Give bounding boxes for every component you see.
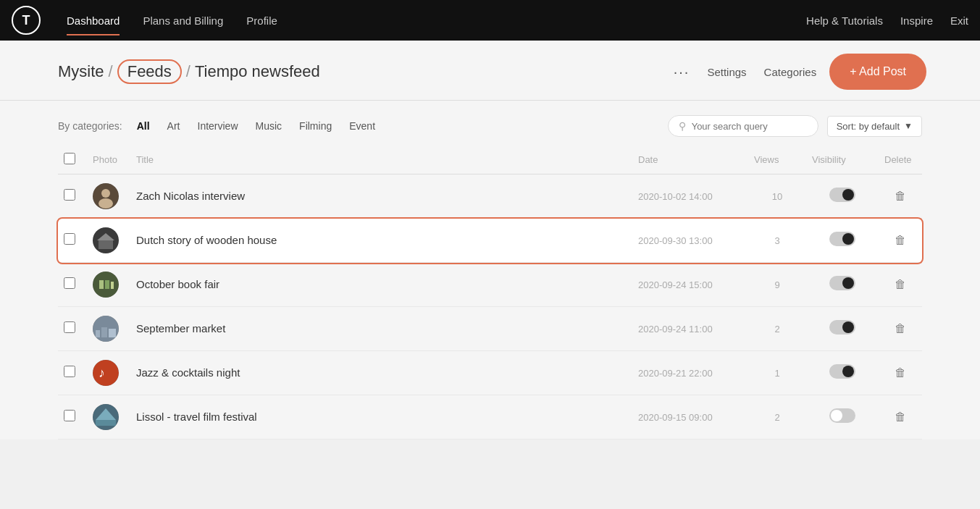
row-views: 3 bbox=[774, 235, 779, 246]
svg-rect-12 bbox=[101, 327, 107, 337]
row-views: 9 bbox=[774, 279, 779, 290]
nav-profile[interactable]: Profile bbox=[238, 9, 286, 33]
svg-rect-17 bbox=[96, 420, 116, 426]
table-row: October book fair 2020-09-24 15:00 9 🗑 bbox=[58, 263, 922, 307]
logo[interactable]: T bbox=[12, 6, 41, 35]
sort-dropdown[interactable]: Sort: by default ▼ bbox=[827, 116, 922, 137]
row-views: 2 bbox=[774, 324, 779, 335]
filter-event[interactable]: Event bbox=[346, 119, 378, 133]
sort-label: Sort: by default bbox=[837, 121, 900, 132]
visibility-toggle[interactable] bbox=[829, 188, 855, 202]
search-icon: ⚲ bbox=[679, 120, 686, 132]
table-row: September market 2020-09-24 11:00 2 🗑 bbox=[58, 307, 922, 351]
delete-icon[interactable]: 🗑 bbox=[895, 322, 906, 335]
categories-link[interactable]: Categories bbox=[764, 66, 817, 78]
page-header: Mysite / Feeds / Tiempo newsfeed ··· Set… bbox=[0, 41, 980, 101]
row-checkbox[interactable] bbox=[64, 410, 75, 421]
nav-help-tutorials[interactable]: Help & Tutorials bbox=[806, 14, 883, 27]
nav-exit[interactable]: Exit bbox=[950, 14, 968, 27]
row-date: 2020-10-02 14:00 bbox=[638, 191, 713, 202]
visibility-toggle[interactable] bbox=[829, 408, 855, 423]
visibility-toggle[interactable] bbox=[829, 364, 855, 379]
row-views: 1 bbox=[774, 368, 779, 379]
row-photo bbox=[93, 183, 119, 209]
table-row: ♪ Jazz & cocktails night 2020-09-21 22:0… bbox=[58, 351, 922, 395]
delete-icon[interactable]: 🗑 bbox=[895, 234, 906, 246]
row-views: 10 bbox=[772, 191, 782, 202]
filters-row: By categories: All Art Interview Music F… bbox=[0, 101, 980, 146]
filter-all[interactable]: All bbox=[134, 119, 153, 133]
row-date: 2020-09-21 22:00 bbox=[638, 368, 713, 379]
row-photo bbox=[93, 404, 119, 430]
visibility-toggle[interactable] bbox=[829, 276, 855, 290]
row-photo bbox=[93, 272, 119, 298]
nav-inspire[interactable]: Inspire bbox=[900, 14, 933, 27]
delete-icon[interactable]: 🗑 bbox=[895, 278, 906, 290]
posts-table: Photo Title Date Views Visibility Delete… bbox=[58, 146, 922, 439]
row-title: Lissol - travel film festival bbox=[136, 411, 257, 423]
breadcrumb: Mysite / Feeds / Tiempo newsfeed bbox=[58, 59, 320, 84]
delete-icon[interactable]: 🗑 bbox=[895, 366, 906, 379]
add-post-button[interactable]: + Add Post bbox=[834, 58, 922, 85]
filter-tags: All Art Interview Music Filming Event bbox=[134, 119, 378, 133]
filter-art[interactable]: Art bbox=[164, 119, 183, 133]
row-photo: ♪ bbox=[93, 360, 119, 386]
row-title: September market bbox=[136, 322, 225, 335]
row-photo bbox=[93, 227, 119, 253]
row-views: 2 bbox=[774, 412, 779, 423]
row-date: 2020-09-15 09:00 bbox=[638, 412, 713, 423]
svg-text:♪: ♪ bbox=[99, 366, 105, 380]
table-row: Lissol - travel film festival 2020-09-15… bbox=[58, 395, 922, 439]
search-input[interactable] bbox=[692, 121, 808, 132]
svg-rect-8 bbox=[105, 280, 109, 289]
row-photo bbox=[93, 316, 119, 342]
svg-rect-11 bbox=[96, 330, 100, 337]
table-row: Zach Nicolas interview 2020-10-02 14:00 … bbox=[58, 174, 922, 219]
more-button[interactable]: ··· bbox=[674, 64, 690, 80]
svg-rect-9 bbox=[111, 282, 114, 289]
breadcrumb-section[interactable]: Feeds bbox=[117, 59, 182, 84]
table-row: Dutch story of wooden house 2020-09-30 1… bbox=[58, 219, 922, 263]
row-date: 2020-09-30 13:00 bbox=[638, 235, 713, 246]
select-all-checkbox[interactable] bbox=[64, 153, 75, 164]
posts-table-container: Photo Title Date Views Visibility Delete… bbox=[0, 146, 980, 439]
svg-point-1 bbox=[101, 189, 110, 198]
row-checkbox[interactable] bbox=[64, 277, 75, 289]
row-checkbox[interactable] bbox=[64, 189, 75, 201]
visibility-toggle[interactable] bbox=[829, 232, 855, 246]
filter-filming[interactable]: Filming bbox=[296, 119, 335, 133]
row-checkbox[interactable] bbox=[64, 233, 75, 245]
col-header-visibility: Visibility bbox=[806, 146, 879, 174]
col-header-date: Date bbox=[632, 146, 748, 174]
row-checkbox[interactable] bbox=[64, 366, 75, 377]
col-header-delete: Delete bbox=[879, 146, 922, 174]
filter-music[interactable]: Music bbox=[253, 119, 285, 133]
nav-right: Help & Tutorials Inspire Exit bbox=[806, 14, 968, 27]
svg-rect-13 bbox=[109, 329, 116, 337]
nav-dashboard[interactable]: Dashboard bbox=[58, 9, 128, 33]
settings-link[interactable]: Settings bbox=[707, 66, 746, 78]
row-title: Jazz & cocktails night bbox=[136, 366, 240, 379]
svg-point-2 bbox=[99, 198, 113, 209]
filter-interview[interactable]: Interview bbox=[195, 119, 241, 133]
svg-rect-7 bbox=[99, 280, 104, 289]
chevron-down-icon: ▼ bbox=[904, 121, 913, 131]
svg-rect-4 bbox=[99, 240, 113, 249]
filters-label: By categories: bbox=[58, 120, 122, 132]
col-header-title: Title bbox=[130, 146, 632, 174]
col-header-photo: Photo bbox=[87, 146, 130, 174]
delete-icon[interactable]: 🗑 bbox=[895, 411, 906, 423]
row-checkbox[interactable] bbox=[64, 321, 75, 333]
delete-icon[interactable]: 🗑 bbox=[895, 190, 906, 202]
nav-plans-billing[interactable]: Plans and Billing bbox=[134, 9, 232, 33]
col-header-views: Views bbox=[748, 146, 806, 174]
page-header-actions: ··· Settings Categories + Add Post bbox=[674, 58, 922, 85]
row-title: October book fair bbox=[136, 278, 219, 290]
row-date: 2020-09-24 15:00 bbox=[638, 279, 713, 290]
nav-links: Dashboard Plans and Billing Profile bbox=[58, 9, 286, 33]
row-title: Dutch story of wooden house bbox=[136, 234, 277, 246]
svg-point-14 bbox=[93, 360, 119, 386]
visibility-toggle[interactable] bbox=[829, 320, 855, 335]
breadcrumb-site: Mysite bbox=[58, 62, 104, 81]
filters-right: ⚲ Sort: by default ▼ bbox=[668, 115, 922, 137]
